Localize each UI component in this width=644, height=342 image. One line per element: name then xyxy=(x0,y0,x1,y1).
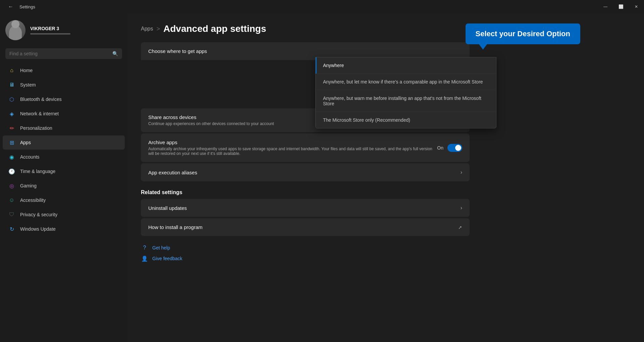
sidebar-item-label: Apps xyxy=(20,140,31,145)
home-icon: ⌂ xyxy=(8,67,15,74)
sidebar-item-label: Windows Update xyxy=(20,226,56,232)
breadcrumb-parent[interactable]: Apps xyxy=(141,26,153,32)
sidebar-item-accessibility[interactable]: ☺ Accessibility xyxy=(3,193,125,207)
personalization-icon: ✏ xyxy=(8,124,15,132)
accounts-icon: ◉ xyxy=(8,153,15,161)
sidebar-item-privacy[interactable]: 🛡 Privacy & security xyxy=(3,208,125,222)
user-info: VIKROGER 3 xyxy=(30,26,70,35)
apps-icon: ⊞ xyxy=(8,139,15,146)
choose-apps-title: Choose where to get apps xyxy=(148,48,462,54)
dropdown-overlay: AnywhereAnywhere, but let me know if the… xyxy=(315,57,496,128)
archive-apps-card[interactable]: Archive apps Automatically archive your … xyxy=(141,133,470,162)
archive-apps-title: Archive apps xyxy=(148,139,437,145)
sidebar-item-bluetooth[interactable]: ⬡ Bluetooth & devices xyxy=(3,92,125,106)
sidebar: VIKROGER 3 🔍 ⌂ Home 🖥 System ⬡ Bluetooth… xyxy=(0,13,127,342)
give-feedback-link[interactable]: 👤 Give feedback xyxy=(141,255,631,262)
search-input[interactable] xyxy=(9,51,110,56)
sidebar-item-label: Home xyxy=(20,68,33,73)
titlebar: ← Settings — ⬜ ✕ xyxy=(0,0,644,13)
give-feedback-label: Give feedback xyxy=(152,256,182,261)
breadcrumb-separator: > xyxy=(156,25,160,33)
main-content: Select your Desired Option Apps > Advanc… xyxy=(127,13,644,342)
settings-cards: Choose where to get apps AnywhereAnywher… xyxy=(141,42,470,181)
user-bar xyxy=(30,33,70,35)
bluetooth-icon: ⬡ xyxy=(8,96,15,103)
app-execution-title: App execution aliases xyxy=(148,170,461,175)
search-icon: 🔍 xyxy=(112,51,118,56)
sidebar-item-label: System xyxy=(20,82,36,88)
sidebar-item-label: Privacy & security xyxy=(20,212,57,217)
sidebar-item-system[interactable]: 🖥 System xyxy=(3,78,125,92)
sidebar-item-network[interactable]: ◈ Network & internet xyxy=(3,107,125,121)
sidebar-item-label: Accounts xyxy=(20,154,40,160)
username: VIKROGER 3 xyxy=(30,26,70,31)
privacy-icon: 🛡 xyxy=(8,211,15,218)
toggle-thumb xyxy=(455,145,461,151)
footer-links: ? Get help 👤 Give feedback xyxy=(141,244,631,262)
sidebar-item-time[interactable]: 🕐 Time & language xyxy=(3,164,125,178)
archive-toggle[interactable] xyxy=(447,144,462,152)
sidebar-item-accounts[interactable]: ◉ Accounts xyxy=(3,150,125,164)
dropdown-option-store-only[interactable]: The Microsoft Store only (Recommended) xyxy=(316,112,496,128)
close-button[interactable]: ✕ xyxy=(629,0,644,13)
app-execution-chevron: › xyxy=(461,169,462,175)
dropdown-option-anywhere[interactable]: Anywhere xyxy=(316,57,496,74)
update-icon: ↻ xyxy=(8,225,15,233)
related-settings-title: Related settings xyxy=(141,189,631,195)
app-execution-card[interactable]: App execution aliases › xyxy=(141,163,470,181)
sidebar-item-label: Bluetooth & devices xyxy=(20,97,62,102)
callout-bubble: Select your Desired Option xyxy=(466,23,580,44)
sidebar-item-label: Accessibility xyxy=(20,197,46,203)
sidebar-item-gaming[interactable]: ◎ Gaming xyxy=(3,179,125,193)
sidebar-item-apps[interactable]: ⊞ Apps xyxy=(3,135,125,150)
get-help-label: Get help xyxy=(152,245,170,250)
gaming-icon: ◎ xyxy=(8,182,15,189)
uninstall-updates-card[interactable]: Uninstall updates › xyxy=(141,199,470,217)
how-to-install-card[interactable]: How to install a program ➚ xyxy=(141,218,470,236)
accessibility-icon: ☺ xyxy=(8,196,15,204)
archive-apps-desc: Automatically archive your infrequently … xyxy=(148,147,437,156)
uninstall-chevron: › xyxy=(461,205,462,211)
sidebar-item-label: Network & internet xyxy=(20,111,59,116)
user-section: VIKROGER 3 xyxy=(0,13,127,46)
avatar xyxy=(5,20,25,40)
nav-list: ⌂ Home 🖥 System ⬡ Bluetooth & devices ◈ … xyxy=(0,62,127,238)
breadcrumb-current: Advanced app settings xyxy=(163,23,266,34)
sidebar-item-update[interactable]: ↻ Windows Update xyxy=(3,222,125,236)
back-button[interactable]: ← xyxy=(5,1,16,12)
network-icon: ◈ xyxy=(8,110,15,117)
search-box[interactable]: 🔍 xyxy=(5,48,122,59)
related-settings-cards: Uninstall updates › How to install a pro… xyxy=(141,199,470,236)
app-title: Settings xyxy=(19,4,35,9)
how-to-install-title: How to install a program xyxy=(148,224,458,230)
sidebar-item-home[interactable]: ⌂ Home xyxy=(3,63,125,77)
minimize-button[interactable]: — xyxy=(598,0,613,13)
restore-button[interactable]: ⬜ xyxy=(613,0,629,13)
get-help-link[interactable]: ? Get help xyxy=(141,244,631,251)
uninstall-updates-title: Uninstall updates xyxy=(148,205,461,211)
archive-toggle-label: On xyxy=(437,145,443,151)
system-icon: 🖥 xyxy=(8,81,15,89)
dropdown-option-anywhere-warn[interactable]: Anywhere, but warn me before installing … xyxy=(316,90,496,112)
get-help-icon: ? xyxy=(141,244,148,251)
external-link-icon: ➚ xyxy=(458,225,462,230)
sidebar-item-label: Time & language xyxy=(20,169,55,174)
time-icon: 🕐 xyxy=(8,168,15,175)
sidebar-item-personalization[interactable]: ✏ Personalization xyxy=(3,121,125,135)
sidebar-item-label: Personalization xyxy=(20,125,52,131)
sidebar-item-label: Gaming xyxy=(20,183,37,188)
dropdown-option-anywhere-notify[interactable]: Anywhere, but let me know if there's a c… xyxy=(316,74,496,90)
app-container: VIKROGER 3 🔍 ⌂ Home 🖥 System ⬡ Bluetooth… xyxy=(0,13,644,342)
window-controls: — ⬜ ✕ xyxy=(598,0,644,13)
give-feedback-icon: 👤 xyxy=(141,255,148,262)
